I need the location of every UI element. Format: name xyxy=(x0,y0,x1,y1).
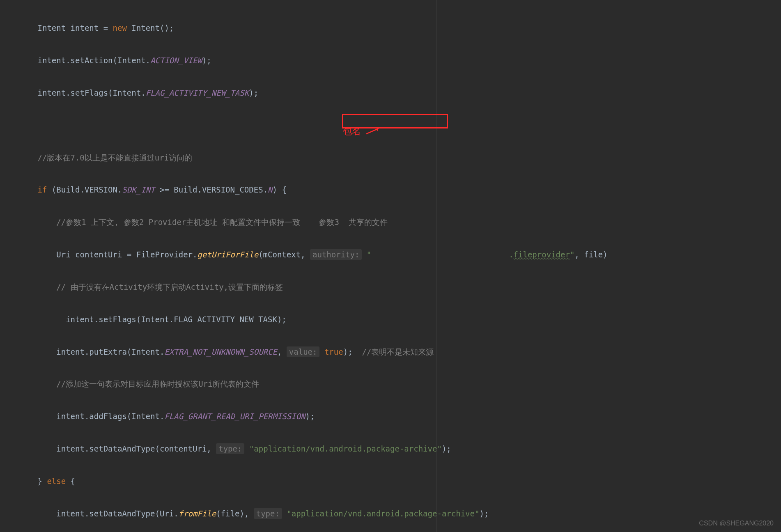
code-text: intent.setFlags(Intent.FLAG_ACTIVITY_NEW… xyxy=(56,315,287,324)
code-text: } else { xyxy=(38,477,76,486)
param-hint: authority: xyxy=(310,249,362,260)
code-text: intent.setDataAndType(Uri.fromFile(file)… xyxy=(56,508,489,519)
code-comment: //版本在7.0以上是不能直接通过uri访问的 xyxy=(38,153,193,162)
code-text: Uri contentUri = FileProvider.getUriForF… xyxy=(56,249,607,260)
param-hint: value: xyxy=(287,346,320,357)
code-text: intent.addFlags(Intent.FLAG_GRANT_READ_U… xyxy=(56,412,315,421)
code-text: if (Build.VERSION.SDK_INT >= Build.VERSI… xyxy=(38,185,287,194)
code-comment: //添加这一句表示对目标应用临时授权该Uri所代表的文件 xyxy=(56,379,259,388)
param-hint: type: xyxy=(216,443,244,454)
code-comment: //参数1 上下文, 参数2 Provider主机地址 和配置文件中保持一致 参… xyxy=(56,218,388,227)
code-comment: // 由于没有在Activity环境下启动Activity,设置下面的标签 xyxy=(56,282,283,291)
watermark: CSDN @SHEGANG2020 xyxy=(699,520,774,527)
code-text: intent.setDataAndType(contentUri, type: … xyxy=(56,443,451,454)
code-text: intent.setFlags(Intent.FLAG_ACTIVITY_NEW… xyxy=(38,88,259,97)
code-editor[interactable]: Intent intent = new Intent(); intent.set… xyxy=(0,0,781,532)
code-text: Intent intent = new Intent(); xyxy=(38,23,174,32)
code-text: intent.putExtra(Intent.EXTRA_NOT_UNKNOWN… xyxy=(56,346,434,357)
param-hint: type: xyxy=(254,508,282,519)
code-text: intent.setAction(Intent.ACTION_VIEW); xyxy=(38,56,211,65)
